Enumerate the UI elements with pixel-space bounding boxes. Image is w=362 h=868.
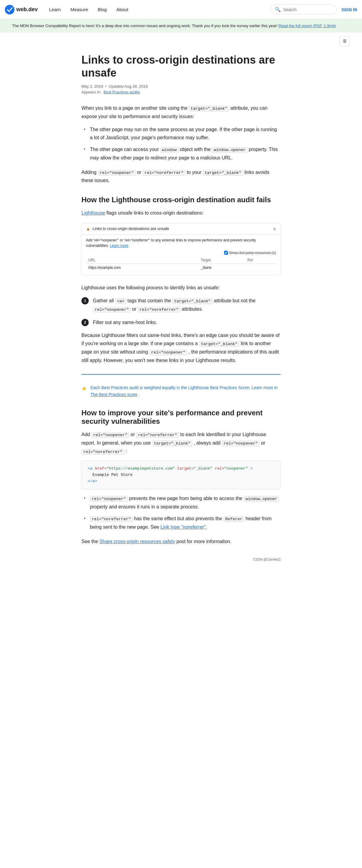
code-rel-val: "noopener" xyxy=(224,466,248,471)
row-rel xyxy=(245,264,276,272)
process-intro: Lighthouse uses the following process to… xyxy=(81,284,281,292)
site-logo[interactable]: web.dev xyxy=(5,5,38,14)
lighthouse-link[interactable]: Lighthouse xyxy=(81,210,105,216)
see-also-paragraph: See the Share cross-origin resources saf… xyxy=(81,537,281,546)
article-date: May 2, 2019 xyxy=(81,84,103,89)
edge-target-blank-code: target="_blank" xyxy=(199,341,240,347)
add-target-blank: target="_blank" xyxy=(152,441,192,446)
rel-noopener-code-1: rel="noopener" xyxy=(98,170,135,176)
site-logo-text: web.dev xyxy=(16,6,38,13)
star-icon: ★ xyxy=(81,385,87,392)
audit-warning-icon: ▲ xyxy=(86,226,90,231)
audit-body: Add 'rel="noopener"' or 'rel="noreferrer… xyxy=(82,235,280,275)
rel-noreferrer-code-1: rel="noreferrer" xyxy=(143,170,186,176)
target-blank-code-2: target="_blank" xyxy=(203,170,243,176)
mdn-banner: The MDN Browser Compatibility Report is … xyxy=(0,19,362,33)
add-rel-noopener-2: rel="noopener" xyxy=(222,441,259,446)
code-href-val: "https://examplepetstore.com" xyxy=(107,466,175,471)
star-box: ★ Each Best Practices audit is weighted … xyxy=(81,384,281,398)
star-text-period: . xyxy=(139,392,140,397)
step-1-badge: 1 xyxy=(81,297,89,304)
nav-about[interactable]: About xyxy=(112,4,133,14)
audit-table-header-row: URL Target Rel xyxy=(86,257,276,264)
add-rel-noreferrer-2: rel="noreferrer" xyxy=(81,449,124,455)
col-rel: Rel xyxy=(245,257,276,264)
article-meta: May 2, 2019 • Updated Aug 28, 2019 xyxy=(81,84,281,89)
audit-chevron-icon[interactable]: ∧ xyxy=(273,226,276,231)
step-2-text: Filter out any same-host links. xyxy=(93,318,157,327)
code-block: <a href="https://examplepetstore.com" ta… xyxy=(81,461,281,490)
audit-3rd-party: Show 3rd-party resources (1) xyxy=(86,251,276,255)
add-rel-noopener: rel="noopener" xyxy=(91,432,129,438)
lighthouse-desc-paragraph: Lighthouse flags unsafe links to cross-o… xyxy=(81,209,281,217)
audit-learn-more-link[interactable]: Learn more xyxy=(110,244,128,248)
list-item: The other page can access your window ob… xyxy=(81,145,281,162)
step-1-text: Gather all <a> tags that contain the tar… xyxy=(93,297,281,313)
audit-table: URL Target Rel https://example.com _blan… xyxy=(86,257,276,272)
toc-icon: ☰ xyxy=(343,39,346,43)
audit-description: Add 'rel="noopener"' or 'rel="noreferrer… xyxy=(86,238,276,248)
signin-button[interactable]: SIGN IN xyxy=(341,7,357,12)
add-rel-noreferrer: rel="noreferrer" xyxy=(136,432,179,438)
bullet-list-2: rel="noopener" prevents the new page fro… xyxy=(81,494,281,531)
noreferrer-link[interactable]: Link type "noreferrer" xyxy=(161,524,206,530)
a-tag-code: <a> xyxy=(115,299,126,304)
article-updated: Updated Aug 28, 2019 xyxy=(109,84,148,89)
show-3rd-label[interactable]: Show 3rd-party resources (1) xyxy=(224,251,276,255)
code-content: Example Pet Store xyxy=(88,472,133,477)
code-rel-attr: rel= xyxy=(215,466,224,471)
code-a-end: </a> xyxy=(88,479,97,484)
bullet-list-1: The other page may run on the same proce… xyxy=(81,125,281,162)
h2-audit-fails: How the Lighthouse cross-origin destinat… xyxy=(81,195,281,204)
code-href-attr: href= xyxy=(95,466,107,471)
section-divider xyxy=(81,374,281,375)
code-target-val: "_blank" xyxy=(194,466,212,471)
rel-noopener-step-code: rel="noopener" xyxy=(93,307,131,313)
target-blank-step-code: target="_blank" xyxy=(172,299,213,304)
rel-noreferrer-code-b: rel="noreferrer" xyxy=(90,516,133,522)
best-practices-score-link[interactable]: The Best Practices score xyxy=(90,392,138,397)
lighthouse-desc: flags unsafe links to cross-origin desti… xyxy=(107,210,204,216)
toc-btn-container: ☰ xyxy=(0,33,362,46)
search-box[interactable]: 🔍 xyxy=(270,4,337,14)
star-text-content: Each Best Practices audit is weighted eq… xyxy=(90,385,278,390)
nav-learn[interactable]: Learn xyxy=(45,4,65,14)
row-url: https://example.com xyxy=(86,264,198,272)
search-icon: 🔍 xyxy=(275,7,281,12)
nav-links: Learn Measure Blog About xyxy=(45,4,133,14)
banner-text: The MDN Browser Compatibility Report is … xyxy=(12,24,277,28)
nav-blog[interactable]: Blog xyxy=(93,4,111,14)
nav-measure[interactable]: Measure xyxy=(66,4,92,14)
audit-table-row: https://example.com _blank xyxy=(86,264,276,272)
code-a-tag: <a xyxy=(88,466,93,471)
rel-noreferrer-step-code: rel="noreferrer" xyxy=(138,307,181,313)
share-cross-origin-link[interactable]: Share cross-origin resources safely xyxy=(100,539,175,544)
adding-paragraph: Adding rel="noopener" or rel="noreferrer… xyxy=(81,168,281,185)
step-1: 1 Gather all <a> tags that contain the t… xyxy=(81,297,281,313)
code-a-close: > xyxy=(250,466,252,471)
svg-point-0 xyxy=(5,5,15,14)
intro-paragraph: When you link to a page on another site … xyxy=(81,104,281,121)
h2-improve: How to improve your site's performance a… xyxy=(81,409,281,426)
audit-title-text: Links to cross-origin destinations are u… xyxy=(93,226,169,231)
appears-in: Appears in: Best Practices audits xyxy=(81,90,281,94)
rel-noopener-code-b: rel="noopener" xyxy=(90,496,128,502)
step-2-badge: 2 xyxy=(81,319,89,326)
article-title: Links to cross-origin destinations are u… xyxy=(81,53,281,79)
search-input[interactable] xyxy=(283,7,332,12)
window-code: window xyxy=(160,147,178,153)
list-item: The other page may run on the same proce… xyxy=(81,125,281,142)
show-3rd-text: Show 3rd-party resources (1) xyxy=(229,251,276,255)
step-2: 2 Filter out any same-host links. xyxy=(81,318,281,327)
footer-note: CSDN @CamilleZj xyxy=(81,558,281,561)
intro-text: When you link to a page on another site … xyxy=(81,105,187,111)
appears-in-link[interactable]: Best Practices audits xyxy=(104,90,140,94)
toc-button[interactable]: ☰ xyxy=(340,36,350,46)
bullet-noreferrer: rel="noreferrer" has the same effect but… xyxy=(81,515,281,531)
audit-header: ▲ Links to cross-origin destinations are… xyxy=(82,223,280,235)
banner-link[interactable]: Read the full report (PDF, 1.9mb) xyxy=(278,24,336,28)
col-target: Target xyxy=(198,257,245,264)
article-content: Links to cross-origin destinations are u… xyxy=(69,46,293,579)
show-3rd-checkbox[interactable] xyxy=(224,251,228,255)
edge-case-paragraph: Because Lighthouse filters out same-host… xyxy=(81,331,281,364)
